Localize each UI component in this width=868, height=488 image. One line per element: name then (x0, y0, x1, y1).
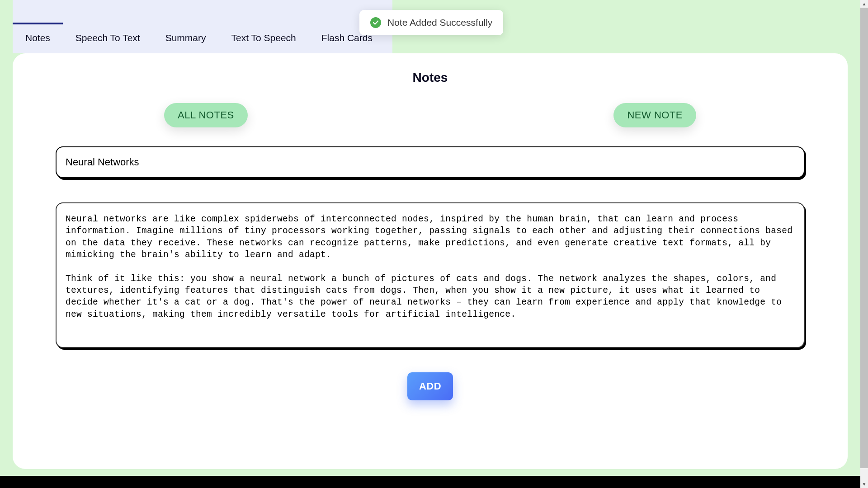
note-title-input[interactable] (56, 146, 805, 178)
scrollbar-thumb[interactable] (860, 8, 868, 468)
notes-card: Notes ALL NOTES NEW NOTE ADD (13, 53, 848, 469)
tab-summary[interactable]: Summary (153, 23, 219, 53)
scroll-down-arrow-icon[interactable]: ▼ (860, 480, 868, 488)
toast-notification: Note Added Successfully (359, 10, 503, 35)
new-note-button[interactable]: NEW NOTE (613, 103, 696, 127)
page-title: Notes (13, 70, 848, 85)
scroll-up-arrow-icon[interactable]: ▲ (860, 0, 868, 8)
scrollbar-track[interactable]: ▲ ▼ (860, 0, 868, 488)
all-notes-button[interactable]: ALL NOTES (164, 103, 248, 127)
check-circle-icon (370, 17, 381, 28)
add-button[interactable]: ADD (407, 372, 453, 400)
pill-row: ALL NOTES NEW NOTE (13, 103, 848, 127)
tab-notes[interactable]: Notes (13, 23, 63, 53)
footer-bar (0, 476, 860, 488)
tabs-bar: Notes Speech To Text Summary Text To Spe… (13, 0, 392, 53)
tab-text-to-speech[interactable]: Text To Speech (219, 23, 309, 53)
tab-speech-to-text[interactable]: Speech To Text (63, 23, 153, 53)
note-content-textarea[interactable] (56, 202, 805, 348)
toast-message: Note Added Successfully (387, 17, 492, 28)
